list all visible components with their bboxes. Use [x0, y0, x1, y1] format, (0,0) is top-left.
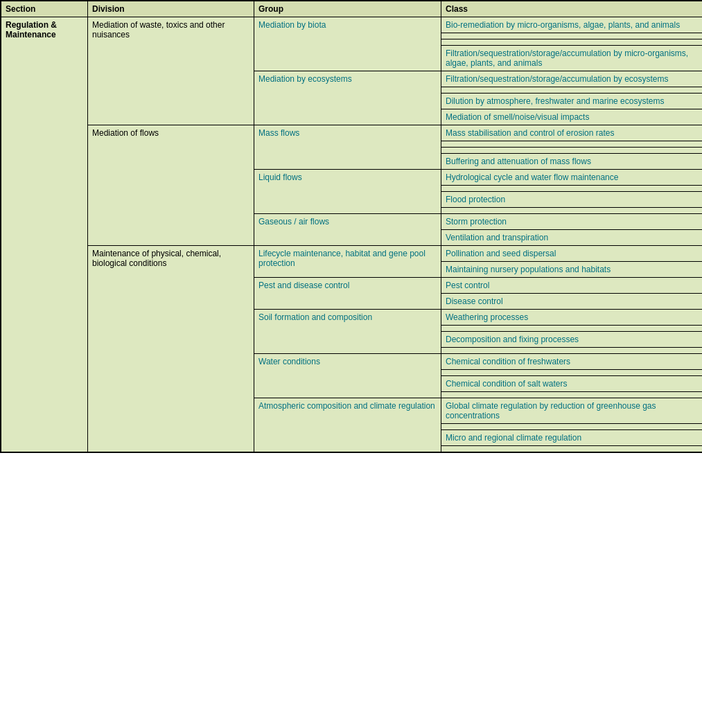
table-cell: Pest control — [441, 278, 703, 294]
table-row: Regulation & MaintenanceMediation of was… — [1, 17, 703, 33]
table-cell — [441, 326, 703, 332]
table-cell — [441, 446, 703, 452]
table-cell: Filtration/sequestration/storage/accumul… — [441, 71, 703, 87]
table-cell: Decomposition and fixing processes — [441, 332, 703, 348]
table-cell: Flood protection — [441, 192, 703, 208]
table-cell — [441, 33, 703, 39]
table-row: Mediation of flowsMass flowsMass stabili… — [1, 125, 703, 141]
table-cell: Soil formation and composition — [254, 310, 441, 354]
table-cell — [441, 148, 703, 154]
table-cell: Buffering and attenuation of mass flows — [441, 154, 703, 170]
ecosystem-services-table: Section Division Group Class Regulation … — [1, 1, 702, 452]
table-cell: Regulation & Maintenance — [1, 17, 88, 452]
table-cell — [441, 392, 703, 398]
table-cell: Mass stabilisation and control of erosio… — [441, 125, 703, 141]
table-cell — [441, 39, 703, 46]
table-cell: Mediation of smell/noise/visual impacts — [441, 109, 703, 125]
table-cell: Hydrological cycle and water flow mainte… — [441, 170, 703, 186]
table-cell: Mass flows — [254, 125, 441, 170]
table-cell: Dilution by atmosphere, freshwater and m… — [441, 94, 703, 109]
table-cell: Mediation of flows — [88, 125, 254, 246]
table-cell: Storm protection — [441, 214, 703, 230]
table-cell — [441, 424, 703, 430]
header-section: Section — [1, 1, 88, 17]
table-cell — [441, 186, 703, 192]
table-cell: Maintenance of physical, chemical, biolo… — [88, 246, 254, 452]
table-cell: Liquid flows — [254, 170, 441, 214]
table-cell: Mediation by ecosystems — [254, 71, 441, 125]
main-table-container: Section Division Group Class Regulation … — [0, 0, 702, 453]
table-cell: Mediation of waste, toxics and other nui… — [88, 17, 254, 125]
table-cell: Weathering processes — [441, 310, 703, 326]
table-cell: Ventilation and transpiration — [441, 230, 703, 246]
header-division: Division — [88, 1, 254, 17]
table-cell: Chemical condition of salt waters — [441, 376, 703, 392]
table-cell — [441, 141, 703, 148]
table-cell: Micro and regional climate regulation — [441, 430, 703, 446]
table-cell: Bio-remediation by micro-organisms, alga… — [441, 17, 703, 33]
table-cell — [441, 208, 703, 214]
table-cell: Atmospheric composition and climate regu… — [254, 398, 441, 452]
table-cell: Water conditions — [254, 354, 441, 398]
table-cell — [441, 348, 703, 354]
header-class: Class — [441, 1, 703, 17]
table-cell — [441, 87, 703, 94]
table-cell: Gaseous / air flows — [254, 214, 441, 246]
table-cell: Mediation by biota — [254, 17, 441, 71]
table-cell: Lifecycle maintenance, habitat and gene … — [254, 246, 441, 278]
table-cell: Chemical condition of freshwaters — [441, 354, 703, 370]
header-row: Section Division Group Class — [1, 1, 703, 17]
table-cell: Pollination and seed dispersal — [441, 246, 703, 262]
table-cell: Disease control — [441, 294, 703, 310]
table-cell: Pest and disease control — [254, 278, 441, 310]
table-cell: Maintaining nursery populations and habi… — [441, 262, 703, 278]
table-cell: Global climate regulation by reduction o… — [441, 398, 703, 424]
table-cell: Filtration/sequestration/storage/accumul… — [441, 46, 703, 71]
table-cell — [441, 370, 703, 376]
header-group: Group — [254, 1, 441, 17]
table-row: Maintenance of physical, chemical, biolo… — [1, 246, 703, 262]
